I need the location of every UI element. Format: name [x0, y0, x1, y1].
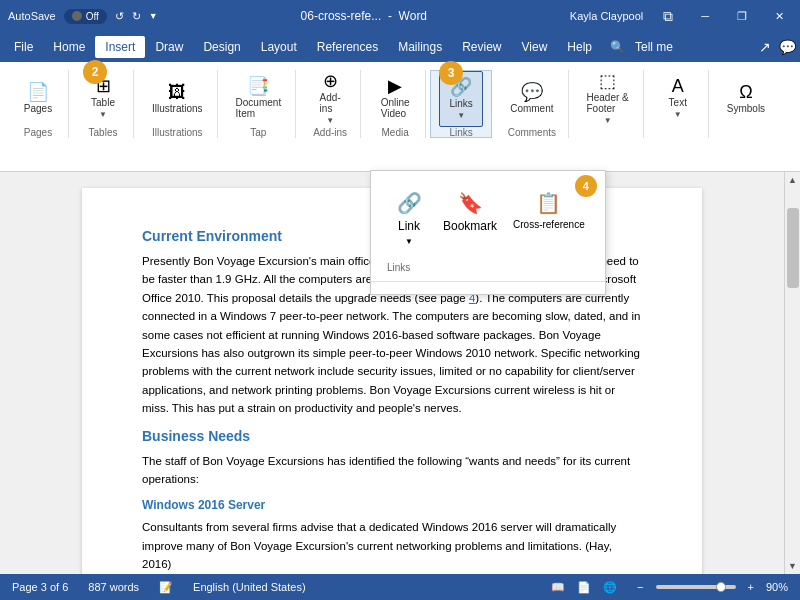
- online-video-label: OnlineVideo: [381, 97, 410, 119]
- tables-group-label: Tables: [89, 127, 118, 138]
- header-footer-button[interactable]: ⬚ Header &Footer ▼: [581, 70, 635, 126]
- bookmark-dropdown-icon: 🔖: [458, 191, 483, 215]
- ribbon-group-tap: 📑 DocumentItem Tap: [222, 70, 297, 138]
- ribbon-group-text: A Text ▼: [648, 70, 709, 138]
- bookmark-dropdown-item[interactable]: 🔖 Bookmark: [439, 187, 501, 250]
- view-print-icon[interactable]: 📄: [577, 581, 591, 594]
- ribbon-group-pages-items: 📄 Pages: [16, 70, 60, 126]
- redo-icon[interactable]: ↻: [132, 10, 141, 23]
- business-needs-heading: Business Needs: [142, 428, 642, 444]
- text-button-label: Text: [669, 97, 687, 108]
- comment-button[interactable]: 💬 Comment: [504, 70, 559, 126]
- comments-group-label: Comments: [508, 127, 556, 138]
- pages-icon: 📄: [27, 83, 49, 101]
- menu-home[interactable]: Home: [43, 36, 95, 58]
- menu-references[interactable]: References: [307, 36, 388, 58]
- link-dropdown-arrow: ▼: [405, 237, 413, 246]
- step-2-circle: 2: [83, 60, 107, 84]
- maximize-icon[interactable]: ❐: [729, 8, 755, 25]
- menu-draw[interactable]: Draw: [145, 36, 193, 58]
- ribbon-group-header-footer: ⬚ Header &Footer ▼: [573, 70, 644, 138]
- scrollbar-down-arrow[interactable]: ▼: [785, 558, 800, 574]
- scrollbar[interactable]: ▲ ▼: [784, 172, 800, 574]
- title-bar-center: 06-cross-refe... - Word: [301, 9, 428, 23]
- ribbon-group-links: 3 🔗 Links ▼ Links: [430, 70, 492, 138]
- menu-view[interactable]: View: [512, 36, 558, 58]
- zoom-out-icon[interactable]: −: [637, 581, 643, 593]
- status-bar-right: 📖 📄 🌐 − + 90%: [551, 581, 788, 594]
- share-icon[interactable]: ↗: [759, 39, 771, 55]
- addins-button[interactable]: ⊕ Add-ins ▼: [308, 70, 352, 126]
- menu-tell-me[interactable]: Tell me: [625, 36, 683, 58]
- view-read-icon[interactable]: 📖: [551, 581, 565, 594]
- symbols-icon: Ω: [739, 83, 752, 101]
- menu-layout[interactable]: Layout: [251, 36, 307, 58]
- menu-review[interactable]: Review: [452, 36, 511, 58]
- ribbon-group-pages: 📄 Pages Pages: [8, 70, 69, 138]
- header-footer-icon: ⬚: [599, 72, 616, 90]
- illustrations-icon: 🖼: [168, 83, 186, 101]
- restore-down-icon[interactable]: ⧉: [655, 6, 681, 27]
- menu-insert[interactable]: Insert: [95, 36, 145, 58]
- online-video-button[interactable]: ▶ OnlineVideo: [373, 70, 417, 126]
- ribbon-group-illustrations: 🖼 Illustrations Illustrations: [138, 70, 218, 138]
- comment-label: Comment: [510, 103, 553, 114]
- links-group-label: Links: [449, 127, 472, 138]
- header-footer-label: Header &Footer: [587, 92, 629, 114]
- language: English (United States): [193, 581, 306, 593]
- step-3-circle: 3: [439, 61, 463, 85]
- autosave-toggle[interactable]: Off: [64, 9, 107, 24]
- comment-ribbon-icon[interactable]: 💬: [779, 39, 796, 55]
- cross-reference-dropdown-item[interactable]: 4 📋 Cross-reference: [509, 187, 589, 250]
- app-name: Word: [399, 9, 427, 23]
- title-bar-right: Kayla Claypool ⧉ ─ ❐ ✕: [570, 6, 792, 27]
- link-dropdown-item[interactable]: 🔗 Link ▼: [387, 187, 431, 250]
- pages-button[interactable]: 📄 Pages: [16, 70, 60, 126]
- ribbon-group-comments: 💬 Comment Comments: [496, 70, 568, 138]
- ribbon-group-media: ▶ OnlineVideo Media: [365, 70, 426, 138]
- text-icon: A: [672, 77, 684, 95]
- document-item-button[interactable]: 📑 DocumentItem: [230, 70, 288, 126]
- quick-access-arrow[interactable]: ▼: [149, 11, 158, 21]
- menu-file[interactable]: File: [4, 36, 43, 58]
- scrollbar-up-arrow[interactable]: ▲: [785, 172, 800, 188]
- cross-reference-dropdown-label: Cross-reference: [513, 219, 585, 230]
- symbols-label: Symbols: [727, 103, 765, 114]
- ribbon-group-tap-items: 📑 DocumentItem: [230, 70, 288, 126]
- minimize-icon[interactable]: ─: [693, 8, 717, 24]
- zoom-slider[interactable]: [656, 585, 736, 589]
- zoom-slider-thumb: [716, 582, 726, 592]
- ribbon-group-symbols: Ω Symbols: [713, 70, 779, 138]
- user-name: Kayla Claypool: [570, 10, 643, 22]
- zoom-in-icon[interactable]: +: [748, 581, 754, 593]
- comment-icon: 💬: [521, 83, 543, 101]
- ribbon-group-illustrations-items: 🖼 Illustrations: [146, 70, 209, 126]
- link-dropdown-icon: 🔗: [397, 191, 422, 215]
- header-footer-dropdown-arrow: ▼: [604, 116, 612, 125]
- illustrations-label: Illustrations: [152, 103, 203, 114]
- menu-help[interactable]: Help: [557, 36, 602, 58]
- addins-group-label: Add-ins: [313, 127, 347, 138]
- zoom-level: 90%: [766, 581, 788, 593]
- tap-group-label: Tap: [250, 127, 266, 138]
- ribbon-group-addins-items: ⊕ Add-ins ▼: [308, 70, 352, 126]
- autosave-label: AutoSave: [8, 10, 56, 22]
- view-web-icon[interactable]: 🌐: [603, 581, 617, 594]
- document-item-label: DocumentItem: [236, 97, 282, 119]
- ribbon-group-comments-items: 💬 Comment: [504, 70, 559, 126]
- proofing-icon: 📝: [159, 581, 173, 594]
- symbols-button[interactable]: Ω Symbols: [721, 70, 771, 126]
- undo-icon[interactable]: ↺: [115, 10, 124, 23]
- menu-design[interactable]: Design: [193, 36, 250, 58]
- close-icon[interactable]: ✕: [767, 8, 792, 25]
- menu-mailings[interactable]: Mailings: [388, 36, 452, 58]
- addins-dropdown-arrow: ▼: [326, 116, 334, 125]
- links-label: Links: [449, 98, 472, 109]
- addins-label: Add-ins: [320, 92, 341, 114]
- text-button[interactable]: A Text ▼: [656, 70, 700, 126]
- ribbon-group-media-items: ▶ OnlineVideo: [373, 70, 417, 126]
- table-label: Table: [91, 97, 115, 108]
- illustrations-button[interactable]: 🖼 Illustrations: [146, 70, 209, 126]
- ribbon-group-tables: 2 ⊞ Table ▼ Tables: [73, 70, 134, 138]
- scrollbar-thumb[interactable]: [787, 208, 799, 288]
